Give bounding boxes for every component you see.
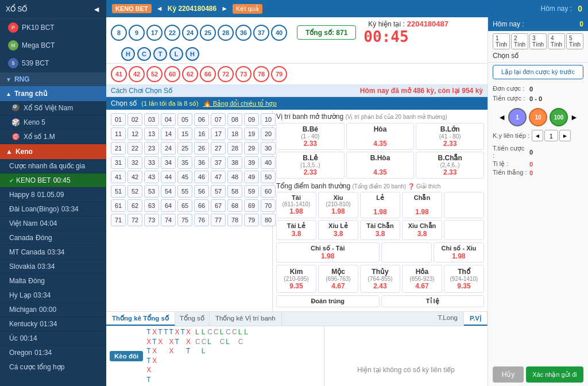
sidebar-item-dailoan[interactable]: Đài Loan(Bingo) 03:34 (0, 202, 106, 217)
num-cell-53[interactable]: 53 (144, 185, 159, 198)
num-cell-73[interactable]: 73 (144, 214, 159, 226)
num-cell-16[interactable]: 16 (194, 128, 209, 140)
num-cell-66[interactable]: 66 (194, 199, 209, 212)
topbar-ketqua-btn[interactable]: Kết quả (233, 4, 262, 14)
num-cell-12[interactable]: 12 (127, 128, 142, 140)
lap-lai-btn[interactable]: Lặp lại đơn cược kỳ trước (493, 65, 583, 79)
num-cell-69[interactable]: 69 (244, 199, 259, 212)
num-cell-01[interactable]: 01 (111, 113, 126, 126)
kylien-prev[interactable]: ◄ (532, 130, 543, 141)
banh-bhoa[interactable]: B.Hòa 4.35 (346, 152, 415, 179)
sidebar-item-keno5[interactable]: 🎲 Keno 5 (0, 115, 106, 130)
num-cell-38[interactable]: 38 (227, 156, 242, 169)
num-cell-54[interactable]: 54 (161, 185, 176, 198)
tab-tongso[interactable]: Thống kê Tổng số (106, 312, 175, 326)
num-cell-67[interactable]: 67 (211, 199, 226, 212)
btn-xacnhan[interactable]: Xác nhận gửi đi (526, 366, 583, 383)
prev-chip-icon[interactable]: ◄ (498, 113, 506, 122)
num-cell-65[interactable]: 65 (177, 199, 192, 212)
num-cell-37[interactable]: 37 (211, 156, 226, 169)
num-cell-51[interactable]: 51 (111, 185, 126, 198)
chip-10[interactable]: 10 (529, 108, 547, 126)
ball-22[interactable]: 22 (164, 25, 180, 41)
num-cell-61[interactable]: 61 (111, 199, 126, 212)
sidebar-item-uc[interactable]: Úc 00:14 (0, 331, 106, 346)
tab-4tinh[interactable]: 4 Tính (548, 33, 565, 49)
num-cell-71[interactable]: 71 (111, 214, 126, 226)
sidebar-item-slovakia[interactable]: Slovakia 03:34 (0, 260, 106, 274)
num-cell-23[interactable]: 23 (144, 142, 159, 155)
banh-hoa[interactable]: Hòa 4.35 (346, 123, 415, 150)
num-cell-28[interactable]: 28 (227, 142, 242, 155)
menh-tho[interactable]: Thổ (924-1410) 9.35 (444, 265, 484, 293)
num-cell-07[interactable]: 07 (211, 113, 226, 126)
num-cell-03[interactable]: 03 (144, 113, 159, 126)
num-cell-35[interactable]: 35 (177, 156, 192, 169)
num-cell-56[interactable]: 56 (194, 185, 209, 198)
sidebar-item-oregon[interactable]: Oregon 01:34 (0, 346, 106, 360)
num-cell-26[interactable]: 26 (194, 142, 209, 155)
ball-66[interactable]: 66 (200, 66, 216, 82)
td-taichan[interactable]: Tài Chẵn 3.8 (360, 220, 400, 240)
num-cell-21[interactable]: 21 (111, 142, 126, 155)
sidebar-item-michigan[interactable]: Michigan 00:00 (0, 303, 106, 317)
num-cell-79[interactable]: 79 (244, 214, 259, 226)
ball-37[interactable]: 37 (253, 25, 269, 41)
next-chip-icon[interactable]: ► (570, 113, 578, 122)
num-cell-02[interactable]: 02 (127, 113, 142, 126)
num-cell-58[interactable]: 58 (227, 185, 242, 198)
td-xiu[interactable]: Xiu (210-810) 1.98 (318, 192, 358, 218)
banh-ble[interactable]: B.Lẻ (1,3,5..) 2.33 (276, 152, 345, 179)
ball-9[interactable]: 9 (129, 25, 145, 41)
td-chan[interactable]: Chẵn 1.98 (402, 192, 442, 218)
num-cell-24[interactable]: 24 (161, 142, 176, 155)
td-xiuchan[interactable]: Xiu Chẵn 3.8 (402, 220, 442, 240)
sidebar-rng[interactable]: ▼ RNG (0, 72, 106, 86)
hctle-l[interactable]: L (169, 47, 183, 61)
num-cell-42[interactable]: 42 (127, 171, 142, 183)
ball-28[interactable]: 28 (218, 25, 234, 41)
num-cell-11[interactable]: 11 (111, 128, 126, 140)
num-cell-74[interactable]: 74 (161, 214, 176, 226)
chiso-xiu[interactable]: Chi số - Xiu 1.98 (434, 242, 484, 263)
sidebar-keno-section[interactable]: ▲ Keno (0, 144, 106, 159)
ball-52[interactable]: 52 (146, 66, 163, 82)
menh-thuy[interactable]: Thủy (764-855) 2.43 (360, 265, 400, 293)
num-cell-43[interactable]: 43 (144, 171, 159, 183)
ball-72[interactable]: 72 (218, 66, 234, 82)
num-cell-18[interactable]: 18 (227, 128, 242, 140)
sidebar-item-xososovn[interactable]: 🎱 Xổ Số Việt Nam (0, 101, 106, 115)
tab-vitriBanh[interactable]: Thống kê Vị trí banh (210, 312, 282, 326)
num-cell-05[interactable]: 05 (177, 113, 192, 126)
tab-tongso-short[interactable]: Tổng số (175, 312, 210, 326)
sidebar-item-canada[interactable]: Canada Đóng (0, 231, 106, 245)
num-cell-47[interactable]: 47 (211, 171, 226, 183)
ball-79[interactable]: 79 (271, 66, 287, 82)
menh-moc[interactable]: Mộc (696-763) 4.67 (318, 265, 358, 293)
chip-1[interactable]: 1 (508, 108, 527, 126)
sidebar-item-mtcanada[interactable]: MT Canada 03:34 (0, 245, 106, 260)
num-cell-34[interactable]: 34 (161, 156, 176, 169)
num-cell-49[interactable]: 49 (244, 171, 259, 183)
hctle-c[interactable]: C (137, 47, 151, 61)
num-cell-46[interactable]: 46 (194, 171, 209, 183)
num-cell-55[interactable]: 55 (177, 185, 192, 198)
ball-8[interactable]: 8 (111, 25, 127, 41)
num-cell-22[interactable]: 22 (127, 142, 142, 155)
hctle-h2[interactable]: H (185, 47, 199, 61)
ball-36[interactable]: 36 (235, 25, 252, 41)
sidebar-item-vietnam[interactable]: Việt Nam 04:04 (0, 217, 106, 231)
num-cell-44[interactable]: 44 (161, 171, 176, 183)
sidebar-item-cacuoc[interactable]: Cá cược tổng hợp (0, 360, 106, 375)
num-cell-09[interactable]: 09 (244, 113, 259, 126)
num-cell-04[interactable]: 04 (161, 113, 176, 126)
sidebar-item-pk10[interactable]: P PK10 BCT (0, 19, 106, 37)
ball-17[interactable]: 17 (146, 25, 163, 41)
chip-100[interactable]: 100 (550, 108, 568, 126)
tab-tlong[interactable]: T.Long (432, 312, 464, 326)
sidebar-trangchu[interactable]: ▲ Trang chủ (0, 86, 106, 101)
num-cell-19[interactable]: 19 (244, 128, 259, 140)
td-xiule[interactable]: Xiu Lẻ 3.8 (318, 220, 358, 240)
num-cell-63[interactable]: 63 (144, 199, 159, 212)
hctle-h1[interactable]: H (121, 47, 135, 61)
